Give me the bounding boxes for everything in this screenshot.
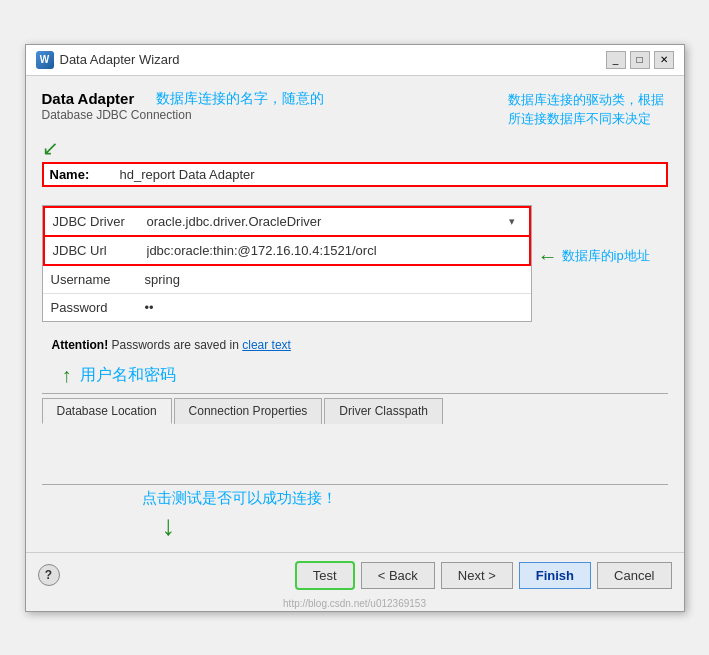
jdbc-driver-row: JDBC Driver ▾ [43, 206, 531, 235]
icon-letter: W [40, 54, 49, 65]
maximize-button[interactable]: □ [630, 51, 650, 69]
jdbc-url-label: JDBC Url [53, 243, 143, 258]
test-button[interactable]: Test [295, 561, 355, 590]
annotation-credentials-block: ↑ 用户名和密码 [42, 358, 668, 393]
tabs-area: Database Location Connection Properties … [42, 393, 668, 485]
annotation-driver-block: 数据库连接的驱动类，根据所连接数据库不同来决定 [508, 90, 668, 129]
tab-content [42, 424, 668, 484]
tab-connection-properties[interactable]: Connection Properties [174, 398, 323, 424]
jdbc-driver-value-area: ▾ [143, 212, 521, 231]
tab-connection-properties-label: Connection Properties [189, 404, 308, 418]
attention-link: clear text [242, 338, 291, 352]
dialog-content: Data Adapter 数据库连接的名字，随意的 Database JDBC … [26, 76, 684, 552]
name-field-row: Name: [42, 162, 668, 187]
annotation-name: 数据库连接的名字，随意的 [156, 90, 324, 108]
password-label: Password [51, 300, 141, 315]
window-title: Data Adapter Wizard [60, 52, 180, 67]
password-row: Password [43, 294, 531, 321]
close-button[interactable]: ✕ [654, 51, 674, 69]
annotation-test: 点击测试是否可以成功连接！ [142, 489, 337, 508]
annotation-credentials: 用户名和密码 [80, 365, 176, 386]
arrow-to-credentials: ↑ [62, 364, 72, 387]
username-label: Username [51, 272, 141, 287]
tab-driver-classpath[interactable]: Driver Classpath [324, 398, 443, 424]
next-button[interactable]: Next > [441, 562, 513, 589]
jdbc-driver-label: JDBC Driver [53, 214, 143, 229]
name-label: Name: [50, 167, 120, 182]
tab-driver-classpath-label: Driver Classpath [339, 404, 428, 418]
header-left: Data Adapter 数据库连接的名字，随意的 Database JDBC … [42, 90, 325, 132]
help-button[interactable]: ? [38, 564, 60, 586]
attention-text: Passwords are saved in [112, 338, 243, 352]
username-row: Username [43, 266, 531, 294]
jdbc-driver-input[interactable] [143, 212, 503, 231]
back-button[interactable]: < Back [361, 562, 435, 589]
subtitle: Database JDBC Connection [42, 108, 325, 122]
arrow-to-ip: ← [538, 245, 558, 268]
jdbc-url-input[interactable] [143, 241, 521, 260]
dialog-window: W Data Adapter Wizard _ □ ✕ Data Adapter… [25, 44, 685, 612]
arrow-to-name: ↙ [42, 136, 59, 160]
annotation-ip-block: ← 数据库的ip地址 [538, 205, 668, 268]
annotation-driver: 数据库连接的驱动类，根据所连接数据库不同来决定 [508, 92, 664, 127]
title-controls: _ □ ✕ [606, 51, 674, 69]
attention-row: Attention! Passwords are saved in clear … [42, 332, 532, 358]
tabs-bar: Database Location Connection Properties … [42, 394, 668, 424]
attention-label: Attention! [52, 338, 109, 352]
form-area: JDBC Driver ▾ JDBC Url Username [42, 205, 532, 322]
title-bar-left: W Data Adapter Wizard [36, 51, 180, 69]
test-button-wrapper: Test [295, 561, 355, 590]
window-icon: W [36, 51, 54, 69]
password-input[interactable] [141, 298, 523, 317]
tab-database-location[interactable]: Database Location [42, 398, 172, 424]
arrow-to-test-block: ↓ [42, 510, 668, 542]
annotation-test-block: 点击测试是否可以成功连接！ [42, 485, 668, 510]
title-bar: W Data Adapter Wizard _ □ ✕ [26, 45, 684, 76]
section-title: Data Adapter [42, 90, 135, 107]
name-input[interactable] [120, 167, 660, 182]
jdbc-url-row: JDBC Url [43, 235, 531, 266]
minimize-button[interactable]: _ [606, 51, 626, 69]
bottom-bar: ? Test < Back Next > Finish Cancel [26, 552, 684, 598]
cancel-button[interactable]: Cancel [597, 562, 671, 589]
jdbc-driver-dropdown[interactable]: ▾ [503, 213, 521, 230]
tab-database-location-label: Database Location [57, 404, 157, 418]
username-input[interactable] [141, 270, 523, 289]
annotation-ip: 数据库的ip地址 [562, 246, 650, 266]
watermark: http://blog.csdn.net/u012369153 [26, 598, 684, 611]
finish-button[interactable]: Finish [519, 562, 591, 589]
arrow-to-test: ↓ [162, 510, 176, 542]
